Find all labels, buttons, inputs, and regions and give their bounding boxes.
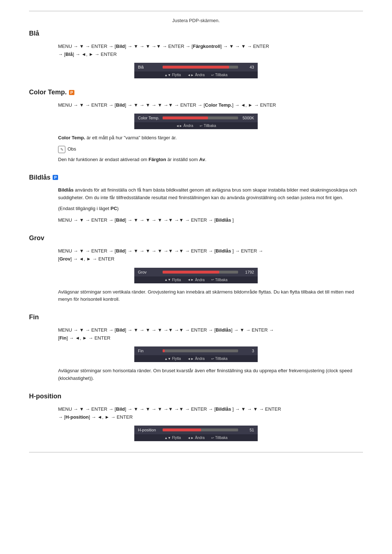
grov-note: Avlägsnar störningar som vertikala rände… bbox=[58, 288, 363, 304]
widget-color-temp-tillbaka: ↩ Tillbaka bbox=[200, 124, 216, 128]
flytta-arrow: ▲▼ bbox=[164, 73, 171, 77]
heading-h-position: H-position bbox=[29, 393, 363, 400]
widget-h-position-track bbox=[163, 428, 238, 431]
widget-grov-track bbox=[163, 271, 238, 274]
heading-color-temp-text: Color Temp. bbox=[29, 89, 67, 96]
color-temp-note: Color Temp. är ett mått på hur "varma" b… bbox=[58, 134, 363, 142]
heading-color-temp: Color Temp. P bbox=[29, 89, 363, 96]
menu-path-h-position: MENU → ▼ → ENTER → [Bild] → ▼ → ▼ → ▼ →▼… bbox=[58, 405, 363, 421]
menu-path-grov: MENU → ▼ → ENTER → [Bild] → ▼ → ▼ → ▼ →▼… bbox=[58, 247, 363, 263]
andra-arrow: ◄► bbox=[187, 73, 194, 77]
widget-h-position-value: 51 bbox=[241, 428, 254, 432]
widget-bla-flytta: ▲▼ Flytta bbox=[164, 73, 181, 77]
menu-path-color-temp: MENU → ▼ → ENTER → [Bild] → ▼ → ▼ → ▼ →▼… bbox=[58, 101, 363, 109]
flytta-label: Flytta bbox=[172, 73, 181, 77]
widget-grov-fill bbox=[163, 271, 219, 274]
widget-fin-tillbaka: ↩ Tillbaka bbox=[211, 357, 228, 361]
widget-bla: Blå 43 ▲▼ Flytta ◄► Ändra ↩ Tillbaka bbox=[134, 63, 258, 78]
widget-grov-footer: ▲▼ Flytta ◄► Ändra ↩ Tillbaka bbox=[134, 276, 258, 283]
section-bildlas: Bildlås P Bildlås används för att finins… bbox=[29, 174, 363, 224]
heading-fin-text: Fin bbox=[29, 313, 39, 321]
top-divider bbox=[29, 11, 363, 11]
page-container: Justera PDP-skärmen. Blå MENU → ▼ → ENTE… bbox=[0, 0, 392, 474]
widget-bla-tillbaka: ↩ Tillbaka bbox=[211, 73, 228, 77]
section-h-position: H-position MENU → ▼ → ENTER → [Bild] → ▼… bbox=[29, 393, 363, 441]
widget-fin-value: 3 bbox=[241, 349, 254, 353]
widget-fin-footer: ▲▼ Flytta ◄► Ändra ↩ Tillbaka bbox=[134, 355, 258, 362]
section-grov: Grov MENU → ▼ → ENTER → [Bild] → ▼ → ▼ →… bbox=[29, 234, 363, 303]
widget-bla-footer: ▲▼ Flytta ◄► Ändra ↩ Tillbaka bbox=[134, 71, 258, 78]
widget-color-temp-fill bbox=[163, 116, 208, 119]
widget-fin-andra: ◄► Ändra bbox=[187, 357, 205, 361]
widget-h-position-row: H-position 51 bbox=[134, 426, 258, 434]
widget-bla-andra: ◄► Ändra bbox=[187, 73, 205, 77]
widget-h-position-tillbaka: ↩ Tillbaka bbox=[211, 436, 228, 440]
widget-grov-flytta: ▲▼ Flytta bbox=[164, 278, 181, 282]
andra-label: Ändra bbox=[195, 73, 205, 77]
heading-grov-text: Grov bbox=[29, 234, 44, 242]
heading-fin: Fin bbox=[29, 313, 363, 321]
widget-grov-label: Grov bbox=[138, 270, 160, 274]
widget-color-temp-value: 5000K bbox=[241, 116, 254, 120]
obs-icon: ✎ bbox=[58, 146, 65, 153]
bildlas-paren: (Endast tillgänglig i läget PC) bbox=[58, 205, 363, 213]
widget-h-position: H-position 51 ▲▼ Flytta ◄► Ändra ↩ Tillb… bbox=[134, 426, 258, 441]
heading-bildlas-text: Bildlås bbox=[29, 174, 50, 181]
widget-fin-track bbox=[163, 349, 238, 352]
widget-fin-flytta: ▲▼ Flytta bbox=[164, 357, 181, 361]
widget-color-temp-label: Color Temp. bbox=[138, 116, 160, 120]
widget-grov-tillbaka: ↩ Tillbaka bbox=[211, 278, 228, 282]
widget-fin: Fin 3 ▲▼ Flytta ◄► Ändra ↩ Tillbaka bbox=[134, 346, 258, 362]
widget-grov-row: Grov 1792 bbox=[134, 268, 258, 276]
widget-fin-label: Fin bbox=[138, 349, 160, 353]
badge-color-temp: P bbox=[69, 90, 74, 95]
tillbaka-label: Tillbaka bbox=[215, 73, 228, 77]
color-temp-note-bold: Color Temp. bbox=[58, 135, 85, 140]
widget-grov-andra: ◄► Ändra bbox=[187, 278, 205, 282]
widget-grov: Grov 1792 ▲▼ Flytta ◄► Ändra ↩ Tillbaka bbox=[134, 268, 258, 283]
heading-h-position-text: H-position bbox=[29, 393, 61, 400]
heading-bla-text: Blå bbox=[29, 30, 39, 37]
widget-bla-track bbox=[163, 66, 238, 69]
widget-h-position-andra: ◄► Ändra bbox=[187, 436, 205, 440]
widget-color-temp-andra: ◄► Ändra bbox=[176, 124, 193, 128]
heading-bildlas: Bildlås P bbox=[29, 174, 363, 181]
widget-h-position-label: H-position bbox=[138, 428, 160, 432]
color-temp-info: Den här funktionen är endast aktiverad o… bbox=[58, 156, 363, 164]
section-color-temp: Color Temp. P MENU → ▼ → ENTER → [Bild] … bbox=[29, 89, 363, 164]
menu-path-bla: MENU → ▼ → ENTER → [Bild] → ▼ → ▼ →▼ → E… bbox=[58, 42, 363, 58]
bildlas-desc: Bildlås används för att fininställa och … bbox=[58, 186, 363, 202]
section-fin: Fin MENU → ▼ → ENTER → [Bild] → ▼ → ▼ → … bbox=[29, 313, 363, 382]
widget-h-position-flytta: ▲▼ Flytta bbox=[164, 436, 181, 440]
widget-bla-value: 43 bbox=[241, 65, 254, 69]
tillbaka-arrow: ↩ bbox=[211, 73, 214, 77]
obs-block: ✎ Obs bbox=[58, 145, 363, 153]
heading-grov: Grov bbox=[29, 234, 363, 242]
widget-bla-label: Blå bbox=[138, 65, 160, 69]
page-title: Justera PDP-skärmen. bbox=[29, 18, 363, 23]
badge-bildlas: P bbox=[53, 175, 58, 180]
menu-path-fin: MENU → ▼ → ENTER → [Bild] → ▼ → ▼ → ▼ →▼… bbox=[58, 326, 363, 342]
widget-fin-row: Fin 3 bbox=[134, 346, 258, 355]
widget-bla-fill bbox=[163, 66, 229, 69]
obs-label: Obs bbox=[68, 145, 76, 153]
widget-bla-row: Blå 43 bbox=[134, 63, 258, 71]
widget-color-temp-track bbox=[163, 116, 238, 119]
bottom-divider bbox=[29, 452, 363, 452]
widget-color-temp-row: Color Temp. 5000K bbox=[134, 114, 258, 122]
widget-grov-value: 1792 bbox=[241, 270, 254, 274]
menu-path-bildlas: MENU → ▼ → ENTER → [Bild] → ▼ → ▼ → ▼ →▼… bbox=[58, 216, 363, 224]
widget-color-temp: Color Temp. 5000K ◄► Ändra ↩ Tillbaka bbox=[134, 114, 258, 129]
section-bla: Blå MENU → ▼ → ENTER → [Bild] → ▼ → ▼ →▼… bbox=[29, 30, 363, 78]
widget-fin-fill bbox=[163, 349, 165, 352]
bildlas-desc-bold: Bildlås bbox=[58, 187, 74, 193]
widget-color-temp-footer: ◄► Ändra ↩ Tillbaka bbox=[134, 122, 258, 129]
widget-h-position-footer: ▲▼ Flytta ◄► Ändra ↩ Tillbaka bbox=[134, 434, 258, 441]
widget-h-position-fill bbox=[163, 428, 201, 431]
fin-note: Avlägsnar störningar som horisontala rän… bbox=[58, 367, 363, 382]
heading-bla: Blå bbox=[29, 30, 363, 37]
